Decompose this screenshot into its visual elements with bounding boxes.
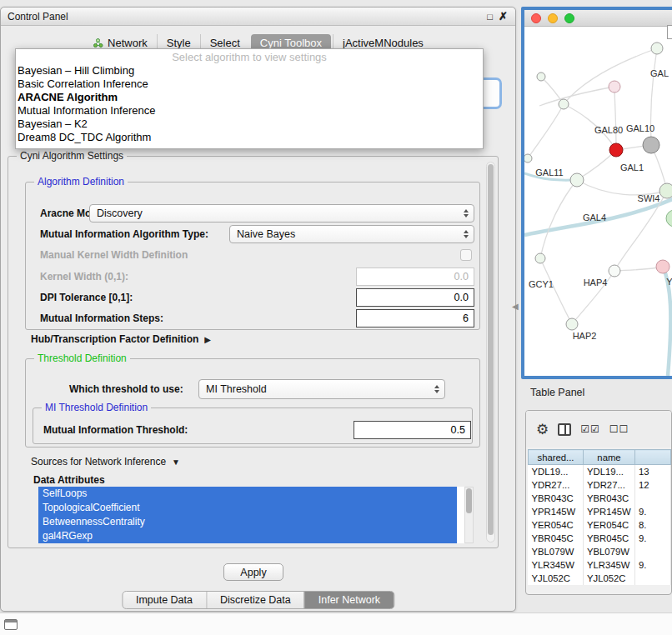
panel-collapse-arrow-icon[interactable]: ◀ [512,302,519,311]
attribute-item[interactable]: TopologicalCoefficient [38,501,457,515]
settings-scrollbar[interactable] [486,162,495,542]
table-row[interactable]: YLR345WYLR345W9. [529,558,671,572]
tab-infer-network[interactable]: Infer Network [304,592,394,608]
cell[interactable]: YDR27... [529,478,584,492]
column-header-extra[interactable] [635,450,671,465]
close-traffic-light[interactable] [531,13,541,23]
cell[interactable]: YPR145W [584,505,635,518]
control-panel-titlebar[interactable]: Control Panel □ ✗ [1,8,515,26]
network-node[interactable] [570,173,584,187]
cell[interactable]: YBL079W [529,545,584,558]
network-node-red[interactable] [609,143,623,157]
table-row[interactable]: YPR145WYPR145W9. [529,505,671,518]
dpi-tolerance-input[interactable] [356,288,474,307]
cell[interactable]: 9. [635,505,671,518]
network-node[interactable] [559,99,569,109]
cell[interactable]: YBR043C [584,492,635,505]
network-edge[interactable] [528,104,564,158]
table-row[interactable]: YBR043CYBR043C [529,492,671,505]
table-row[interactable]: YDR27...YDR27...12 [529,478,671,492]
panel-restore-icon[interactable] [4,619,18,630]
cell[interactable]: YPR145W [529,505,584,518]
scrollbar-thumb[interactable] [466,488,472,513]
network-edge[interactable] [564,48,657,104]
aracne-mode-select[interactable]: Discovery [89,204,474,222]
close-window-icon[interactable]: ✗ [499,8,508,26]
mi-threshold-input[interactable] [354,421,471,439]
cell[interactable]: YBR045C [529,532,584,545]
cell[interactable]: 9. [635,532,671,545]
select-all-icon[interactable]: ☑☑ [580,423,600,435]
cell[interactable]: YDR27... [584,478,635,492]
network-node[interactable] [524,154,532,162]
network-canvas[interactable]: GAL GAL80 GAL10 GAL11 GAL1 SWI4 GAL4 GCY… [524,27,672,376]
cell[interactable]: 9. [635,558,671,572]
network-node[interactable] [666,210,672,227]
cell[interactable]: 13 [635,465,671,478]
cell[interactable]: YDL19... [584,465,635,478]
network-node[interactable] [659,183,672,198]
scrollbar-thumb[interactable] [488,164,494,535]
list-scrollbar[interactable] [464,487,474,543]
network-window-titlebar[interactable] [524,10,672,27]
which-threshold-select[interactable]: MI Threshold [198,379,445,399]
cell[interactable]: YJL052C [584,572,635,585]
columns-icon[interactable] [558,423,571,436]
attribute-item[interactable]: BetweennessCentrality [38,515,457,529]
cell[interactable] [635,545,671,558]
table-row[interactable]: YJL052CYJL052C [529,572,671,585]
attribute-item[interactable]: SelfLoops [38,487,457,501]
network-node[interactable] [609,81,620,92]
algorithm-option[interactable]: Dream8 DC_TDC Algorithm [16,131,483,144]
mi-steps-input[interactable] [356,309,474,328]
network-node-gray[interactable] [643,137,659,153]
attribute-item[interactable]: gal4RGexp [38,529,457,543]
algorithm-option[interactable]: Basic Correlation Inference [16,78,483,91]
network-edge[interactable] [540,258,572,324]
algorithm-option[interactable]: Bayesian – K2 [16,118,483,131]
apply-button[interactable]: Apply [223,563,283,581]
hub-definition-toggle[interactable]: Hub/Transcription Factor Definition ▶ [31,333,211,345]
column-header-name[interactable]: name [584,450,635,465]
tab-discretize-data[interactable]: Discretize Data [206,592,304,608]
network-edge[interactable] [540,180,577,258]
table-row[interactable]: YER054CYER054C8. [529,518,671,532]
cell[interactable]: 12 [635,478,671,492]
algorithm-option[interactable]: Bayesian – Hill Climbing [16,64,483,78]
column-header-shared-name[interactable]: shared... [529,450,584,465]
network-node[interactable] [609,265,620,277]
cell[interactable]: YER054C [584,518,635,532]
cell[interactable]: YJL052C [529,572,584,585]
network-node[interactable] [656,260,669,273]
network-node[interactable] [537,72,545,81]
cell[interactable] [635,572,671,585]
network-edge[interactable] [614,267,663,271]
mi-type-select[interactable]: Naive Bayes [229,225,474,243]
cell[interactable]: YBL079W [584,545,635,558]
cell[interactable]: 8. [635,518,671,532]
network-node[interactable] [535,253,545,263]
minimize-traffic-light[interactable] [548,13,558,23]
float-window-icon[interactable]: □ [487,8,493,26]
deselect-all-icon[interactable]: ☐☐ [609,423,629,435]
table-row[interactable]: YDL19...YDL19...13 [529,465,671,478]
cell[interactable]: YBR045C [584,532,635,545]
network-edge[interactable] [577,150,616,180]
network-node[interactable] [566,318,578,330]
network-edge[interactable] [614,87,616,150]
table-row[interactable]: YBL079WYBL079W [529,545,671,558]
algorithm-option-selected[interactable]: ARACNE Algorithm [16,91,483,104]
zoom-traffic-light[interactable] [564,13,574,23]
network-edge[interactable] [539,87,614,106]
cell[interactable]: YER054C [529,518,584,532]
algorithm-option[interactable]: Mutual Information Inference [16,104,483,118]
gear-icon[interactable]: ⚙ [536,422,549,437]
network-node[interactable] [651,42,663,54]
kernel-width-input[interactable] [356,268,474,286]
cell[interactable]: YBR043C [529,492,584,505]
manual-kernel-checkbox[interactable] [460,249,472,261]
cell[interactable]: YLR345W [529,558,584,572]
tab-impute-data[interactable]: Impute Data [123,592,206,608]
table-row[interactable]: YBR045CYBR045C9. [529,532,671,545]
cell[interactable] [635,492,671,505]
